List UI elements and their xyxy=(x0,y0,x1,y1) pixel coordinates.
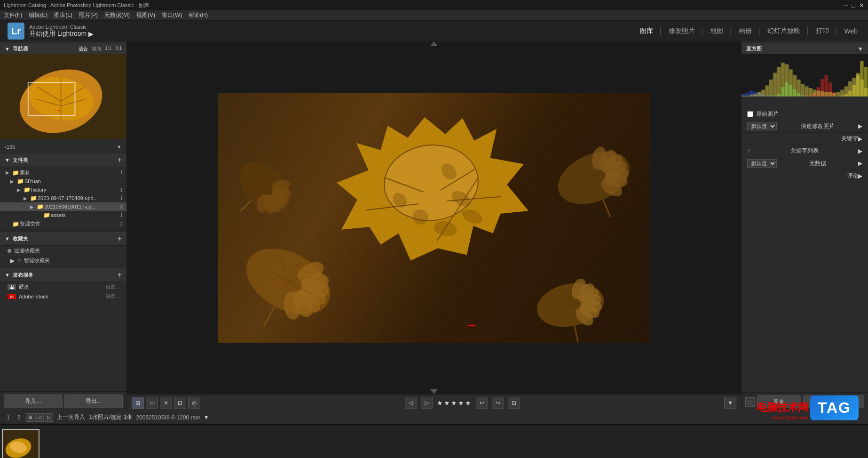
menu-library[interactable]: 图库(L) xyxy=(54,11,72,19)
filmstrip-content xyxy=(0,425,868,458)
folder-toggle[interactable]: ▶ xyxy=(10,179,17,184)
folder-toggle[interactable]: ▶ xyxy=(30,204,37,209)
photo-area: → xyxy=(127,41,741,394)
view-loupe-button[interactable]: ▭ xyxy=(146,397,158,409)
metadata-preset-dropdown[interactable]: 默认值 xyxy=(747,159,777,168)
histogram-section: 直方图 ▼ ─ ─ xyxy=(742,41,868,105)
folder-item[interactable]: ▶ 📁 素材 1 xyxy=(0,168,126,177)
sync-checkbox[interactable]: □ xyxy=(745,397,755,407)
add-folder-button[interactable]: + xyxy=(118,156,122,164)
folder-item[interactable]: ▶ 📁 assets 1 xyxy=(0,211,126,219)
original-photo-checkbox[interactable] xyxy=(747,111,753,117)
folder-icon: 📁 xyxy=(12,221,20,227)
folder-item[interactable]: ▶ 📁 2023-09-07-170409-upd... 1 xyxy=(0,194,126,202)
nav-forward-button[interactable]: ▷ xyxy=(421,397,433,409)
publish-panel-header[interactable]: ▼ 发布服务 + xyxy=(0,268,126,282)
module-web[interactable]: Web xyxy=(841,26,860,36)
flag-picked-button[interactable]: ↪ xyxy=(492,397,504,409)
bottom-panel-arrow[interactable] xyxy=(430,389,438,394)
import-button[interactable]: 导入... xyxy=(4,394,63,408)
smart-collection[interactable]: ▶ ⊡ 智能收藏夹 xyxy=(0,256,126,265)
close-button[interactable]: ✕ xyxy=(859,2,864,9)
folder-item[interactable]: ▶ 📁 资源文件 2 xyxy=(0,219,126,228)
zoom-fit[interactable]: 适合 xyxy=(79,46,88,52)
quick-develop-arrow[interactable]: ▶ xyxy=(858,123,862,129)
folder-item-selected[interactable]: ▶ 📁 20210808180117-czj... 1 xyxy=(0,202,126,211)
collections-section: ▼ 收藏夹 + 过滤收藏夹 ▶ ⊡ 智能收藏夹 xyxy=(0,229,126,265)
module-print[interactable]: 打印 xyxy=(813,26,832,36)
minimize-button[interactable]: ─ xyxy=(844,2,848,9)
filmstrip-grid-view[interactable]: ⊞ xyxy=(26,413,34,422)
export-button[interactable]: 导出... xyxy=(64,394,123,408)
zoom-fill[interactable]: 填满 xyxy=(92,46,101,52)
folder-toggle: ▶ xyxy=(37,213,43,218)
folder-count-bar: ▪ 135 ▼ xyxy=(0,143,126,151)
comments-arrow[interactable]: ▶ xyxy=(858,173,862,179)
folder-item[interactable]: ▶ 📁 SiYuan xyxy=(0,177,126,185)
menu-window[interactable]: 窗口(W) xyxy=(162,11,182,19)
view-grid-button[interactable]: ⊞ xyxy=(132,397,144,409)
quick-develop-label: 快速修改照片 xyxy=(801,122,835,130)
folder-icon: 📁 xyxy=(37,203,44,210)
watermark-text: 电脑技术网 www.tagxp.com xyxy=(757,401,808,420)
navigator-header[interactable]: ▼ 导航器 适合 填满 1:1 3:1 xyxy=(0,43,126,54)
folder-icon: 📁 xyxy=(17,178,24,185)
zoom-1to1[interactable]: 1:1 xyxy=(105,46,111,52)
folder-history[interactable]: ▶ 📁 history 1 xyxy=(0,185,126,194)
histogram-header[interactable]: 直方图 ▼ xyxy=(742,43,868,54)
top-panel-arrow[interactable] xyxy=(430,41,438,46)
folder-list-dropdown[interactable]: ▼ xyxy=(117,144,122,150)
titlebar-controls[interactable]: ─ □ ✕ xyxy=(844,2,864,9)
module-slideshow[interactable]: 幻灯片放映 xyxy=(765,26,803,36)
publish-adobe-stock[interactable]: St Adobe Stock 设置... xyxy=(0,292,126,301)
lr-main-title[interactable]: 开始使用 Lightroom ▶ xyxy=(29,30,94,38)
menu-metadata[interactable]: 元数据(M) xyxy=(104,11,130,19)
publish-disk[interactable]: 💾 硬盘 设置... xyxy=(0,282,126,292)
module-book[interactable]: 画册 xyxy=(736,26,755,36)
toolbar-dropdown[interactable]: ▼ xyxy=(724,397,736,409)
folder-tree: ▶ 📁 素材 1 ▶ 📁 SiYuan ▶ 📁 xyxy=(0,167,126,229)
crop-button[interactable]: ⊡ xyxy=(508,397,520,409)
module-map[interactable]: 地图 xyxy=(707,26,726,36)
add-keyword-button[interactable]: + xyxy=(747,148,750,154)
view-compare-button[interactable]: ✕ xyxy=(160,397,172,409)
view-people-button[interactable]: ◎ xyxy=(188,397,200,409)
zoom-3to1[interactable]: 3:1 xyxy=(115,46,122,52)
star-rating[interactable]: ★★★★★ xyxy=(437,399,472,407)
left-bottom-buttons: 导入... 导出... xyxy=(0,391,126,411)
view-survey-button[interactable]: ⊡ xyxy=(174,397,186,409)
flag-rejected-button[interactable]: ↩ xyxy=(476,397,488,409)
filter-collection[interactable]: 过滤收藏夹 xyxy=(0,246,126,256)
navigator-title: ▼ 导航器 xyxy=(5,45,28,52)
keywords-arrow[interactable]: ▶ xyxy=(858,136,862,142)
module-develop[interactable]: 修改照片 xyxy=(666,26,698,36)
filmstrip-page-1[interactable]: 1 xyxy=(5,413,12,422)
menu-view[interactable]: 视图(V) xyxy=(136,11,155,19)
filmstrip-toolbar-left: 1 2 ⊞ ◁ ▷ 上一次导入 1张照片/选定 1张 20062510SI8-6… xyxy=(5,413,209,422)
preset-dropdown[interactable]: 默认值 xyxy=(747,122,777,130)
folders-panel-header[interactable]: ▼ 文件夹 + xyxy=(0,153,126,167)
menu-edit[interactable]: 编辑(E) xyxy=(29,11,47,19)
metadata-arrow[interactable]: ▶ xyxy=(858,160,862,167)
folder-toggle[interactable]: ▶ xyxy=(24,196,30,201)
histogram-expand[interactable]: ▼ xyxy=(858,46,863,52)
add-collection-button[interactable]: + xyxy=(118,234,122,243)
maximize-button[interactable]: □ xyxy=(852,2,855,9)
filmstrip-dropdown[interactable]: ▼ xyxy=(204,414,209,421)
menu-photo[interactable]: 照片(P) xyxy=(79,11,98,19)
keyword-list-arrow[interactable]: ▶ xyxy=(858,148,862,154)
filmstrip-nav-left[interactable]: ◁ xyxy=(35,413,44,422)
add-publish-button[interactable]: + xyxy=(118,271,122,279)
original-photo-row: 原始照片 xyxy=(742,108,868,120)
collections-panel-header[interactable]: ▼ 收藏夹 + xyxy=(0,232,126,246)
center-toolbar: ⊞ ▭ ✕ ⊡ ◎ ◁ ▷ ★★★★★ ↩ ↪ ⊡ ▼ xyxy=(127,394,741,411)
filmstrip-thumb[interactable] xyxy=(2,429,39,458)
menu-help[interactable]: 帮助(H) xyxy=(189,11,208,19)
filmstrip-nav-right[interactable]: ▷ xyxy=(45,413,53,422)
nav-back-button[interactable]: ◁ xyxy=(405,397,417,409)
folder-toggle[interactable]: ▶ xyxy=(6,170,12,175)
menu-file[interactable]: 文件(F) xyxy=(4,11,22,19)
folder-toggle[interactable]: ▶ xyxy=(17,187,24,193)
filmstrip-page-2[interactable]: 2 xyxy=(16,413,23,422)
module-library[interactable]: 图库 xyxy=(637,26,656,36)
